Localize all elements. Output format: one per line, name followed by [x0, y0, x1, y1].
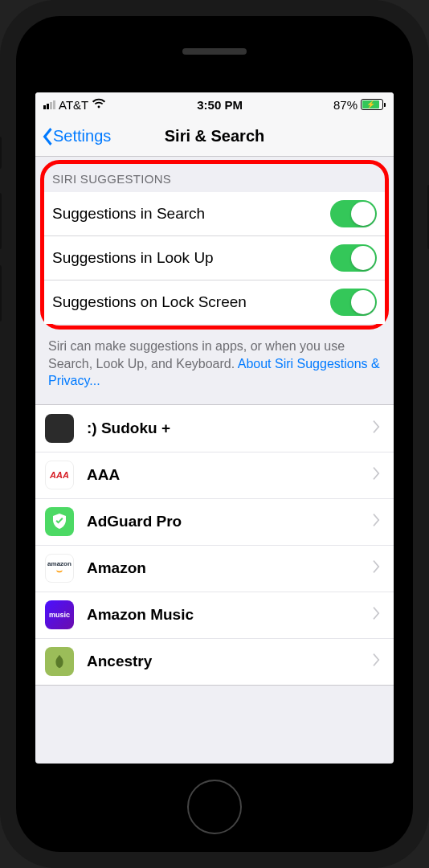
app-name-label: Amazon Music	[87, 606, 373, 624]
back-label: Settings	[53, 127, 111, 145]
siri-suggestions-highlight: SIRI SUGGESTIONS Suggestions in Search S…	[40, 160, 389, 330]
volume-up-button	[0, 193, 2, 249]
chevron-right-icon	[373, 513, 381, 530]
siri-suggestions-header: SIRI SUGGESTIONS	[44, 164, 385, 192]
app-row[interactable]: musicAmazon Music	[35, 592, 394, 638]
signal-icon	[43, 100, 55, 109]
app-row[interactable]: amazon⌣Amazon	[35, 545, 394, 592]
toggle-label: Suggestions in Look Up	[52, 249, 330, 267]
chevron-right-icon	[373, 559, 381, 577]
app-name-label: AdGuard Pro	[87, 513, 373, 530]
phone-frame: AT&T 3:50 PM 87% ⚡ Se	[0, 0, 429, 868]
home-button[interactable]	[187, 780, 242, 834]
carrier-label: AT&T	[59, 98, 88, 112]
app-icon	[45, 414, 74, 443]
toggle-label: Suggestions in Search	[52, 205, 330, 223]
chevron-right-icon	[373, 653, 381, 670]
app-icon: AAA	[45, 461, 74, 489]
battery-icon: ⚡	[361, 99, 386, 110]
volume-down-button	[0, 265, 2, 321]
phone-bezel: AT&T 3:50 PM 87% ⚡ Se	[16, 16, 413, 852]
battery-percent-label: 87%	[333, 98, 358, 112]
wifi-icon	[92, 98, 106, 112]
suggestions-on-lockscreen-row: Suggestions on Lock Screen	[44, 280, 385, 324]
suggestions-in-lookup-toggle[interactable]	[330, 244, 377, 272]
toggle-label: Suggestions on Lock Screen	[52, 293, 330, 311]
nav-bar: Settings Siri & Search	[35, 117, 394, 157]
chevron-right-icon	[373, 420, 381, 437]
chevron-right-icon	[373, 466, 381, 484]
speaker-grille	[182, 48, 247, 55]
suggestions-in-search-toggle[interactable]	[330, 200, 377, 227]
siri-suggestions-group: Suggestions in Search Suggestions in Loo…	[44, 192, 385, 324]
app-icon: amazon⌣	[45, 554, 74, 583]
chevron-right-icon	[373, 606, 381, 624]
app-name-label: Amazon	[87, 559, 373, 577]
siri-suggestions-footer: Siri can make suggestions in apps, or wh…	[35, 330, 394, 404]
scroll-area[interactable]: SIRI SUGGESTIONS Suggestions in Search S…	[35, 157, 394, 764]
app-row[interactable]: :) Sudoku +	[35, 405, 394, 452]
app-row[interactable]: Ancestry	[35, 638, 394, 685]
app-row[interactable]: AdGuard Pro	[35, 498, 394, 545]
mute-switch	[0, 137, 2, 169]
app-row[interactable]: AAAAAA	[35, 452, 394, 498]
app-name-label: Ancestry	[87, 653, 373, 670]
app-name-label: AAA	[87, 466, 373, 484]
suggestions-in-search-row: Suggestions in Search	[44, 192, 385, 235]
app-name-label: :) Sudoku +	[87, 420, 373, 437]
suggestions-in-lookup-row: Suggestions in Look Up	[44, 235, 385, 280]
app-icon	[45, 507, 74, 536]
clock-label: 3:50 PM	[197, 98, 243, 112]
app-icon: music	[45, 600, 74, 629]
back-button[interactable]: Settings	[35, 127, 111, 145]
screen: AT&T 3:50 PM 87% ⚡ Se	[35, 92, 394, 764]
app-icon	[45, 647, 74, 676]
suggestions-on-lockscreen-toggle[interactable]	[330, 289, 377, 316]
app-list: :) Sudoku +AAAAAAAdGuard Proamazon⌣Amazo…	[35, 404, 394, 686]
status-bar: AT&T 3:50 PM 87% ⚡	[35, 92, 394, 117]
